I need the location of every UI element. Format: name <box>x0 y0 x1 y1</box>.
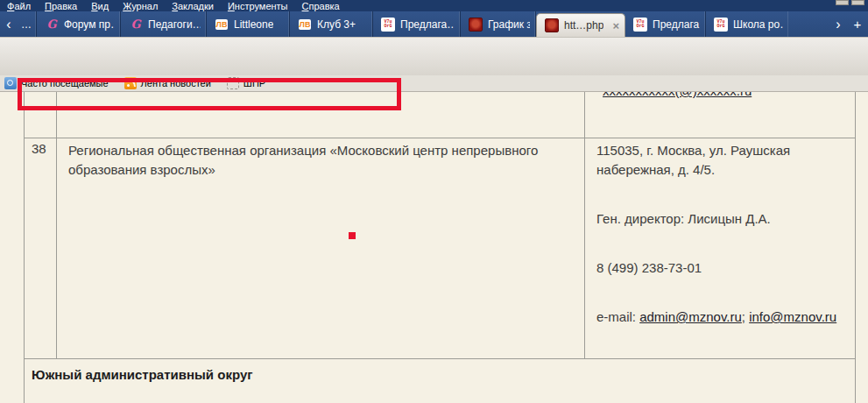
most-visited-icon <box>4 77 17 89</box>
tab-predlaga-2[interactable]: Предлага… <box>625 11 706 37</box>
organization-name-cell: Региональная общественная организация «М… <box>68 141 585 180</box>
org-address: 115035, г. Москва, ул. Раушская набережн… <box>596 141 846 180</box>
v7u-org-icon <box>381 18 395 32</box>
littleone-rose-icon <box>129 18 143 32</box>
window-maximize-button[interactable] <box>851 0 864 5</box>
tab-klub3[interactable]: Клуб 3+ <box>290 11 373 37</box>
lv-orange-icon <box>298 18 312 32</box>
contacts-cell: 115035, г. Москва, ул. Раушская набережн… <box>596 141 846 357</box>
tab-scroll-right-button[interactable]: › <box>829 11 847 37</box>
table-border-contact-col <box>584 92 585 358</box>
tab-shkola[interactable]: Школа ро… <box>706 11 788 37</box>
tab-predlaga-1[interactable]: Предлага… <box>373 11 461 37</box>
tab-forum[interactable]: Форум пр… <box>37 11 121 37</box>
row-number-cell: 38 <box>32 141 46 156</box>
bookmark-news-feed[interactable]: Лента новостей <box>124 77 211 89</box>
moscow-emblem-icon <box>545 18 559 32</box>
red-marker-annotation <box>349 232 356 239</box>
close-tab-icon[interactable]: × <box>612 19 619 32</box>
menu-view[interactable]: Вид <box>84 1 116 11</box>
tab-littleone[interactable]: Littleone <box>207 11 290 37</box>
bookmark-most-visited[interactable]: Часто посещаемые <box>4 77 109 89</box>
org-director: Ген. директор: Лисицын Д.А. <box>596 209 846 229</box>
table-row-divider-top <box>24 138 856 138</box>
email-link-info[interactable]: info@mznov.ru <box>749 309 836 324</box>
table-border-right <box>855 92 856 403</box>
menu-edit[interactable]: Правка <box>38 1 84 11</box>
window-minimize-button[interactable] <box>836 0 849 5</box>
org-phone: 8 (499) 238-73-01 <box>596 258 846 278</box>
tab-bar: ‹ … Форум пр… Педагоги… Littleone Клуб 3… <box>0 11 868 37</box>
bookmarks-toolbar: Часто посещаемые Лента новостей ШПР <box>0 75 868 92</box>
lv-orange-icon <box>215 18 229 32</box>
new-tab-button[interactable]: + <box>847 11 868 37</box>
tab-active-php[interactable]: htt…php × <box>536 13 625 37</box>
tab-grafik[interactable]: График з… <box>461 11 536 37</box>
menu-tools[interactable]: Инструменты <box>221 1 295 11</box>
menu-bookmarks[interactable]: Закладки <box>165 1 221 11</box>
previous-row-clipped-cell: xxxxxxxxxxx(@)xxxxxx.ru <box>603 92 806 99</box>
table-border-number-col <box>56 92 57 358</box>
table-row-divider-bottom <box>24 358 856 359</box>
org-email-line: e-mail: admin@mznov.ru; info@mznov.ru <box>596 308 846 327</box>
bookmark-shpr[interactable]: ШПР <box>227 77 265 89</box>
menu-file[interactable]: Файл <box>0 1 38 11</box>
menu-bar: Файл Правка Вид Журнал Закладки Инструме… <box>0 0 868 11</box>
tab-pedagogi[interactable]: Педагоги… <box>121 11 207 37</box>
clipped-email-link[interactable]: xxxxxxxxxxx(@)xxxxxx.ru <box>603 92 806 98</box>
menu-history[interactable]: Журнал <box>116 1 165 11</box>
menu-help[interactable]: Справка <box>295 1 347 11</box>
moscow-emblem-icon <box>469 18 483 32</box>
littleone-rose-icon <box>45 18 59 32</box>
rss-feed-icon <box>124 77 137 89</box>
navigation-toolbar: ← dszn.ru/activities/podderzhka_detey_si… <box>0 37 868 75</box>
v7u-org-icon <box>633 18 647 32</box>
tab-overflow-partial[interactable]: … <box>18 11 37 37</box>
browser-window: Файл Правка Вид Журнал Закладки Инструме… <box>0 0 868 403</box>
table-border-left <box>24 92 25 403</box>
district-section-header: Южный административный округ <box>32 367 252 382</box>
tab-scroll-left-button[interactable]: ‹ <box>0 11 18 37</box>
email-link-admin[interactable]: admin@mznov.ru <box>639 309 742 324</box>
v7u-org-icon <box>714 18 728 32</box>
default-favicon-icon <box>227 77 239 89</box>
page-content: xxxxxxxxxxx(@)xxxxxx.ru 38 Региональная … <box>0 92 868 403</box>
